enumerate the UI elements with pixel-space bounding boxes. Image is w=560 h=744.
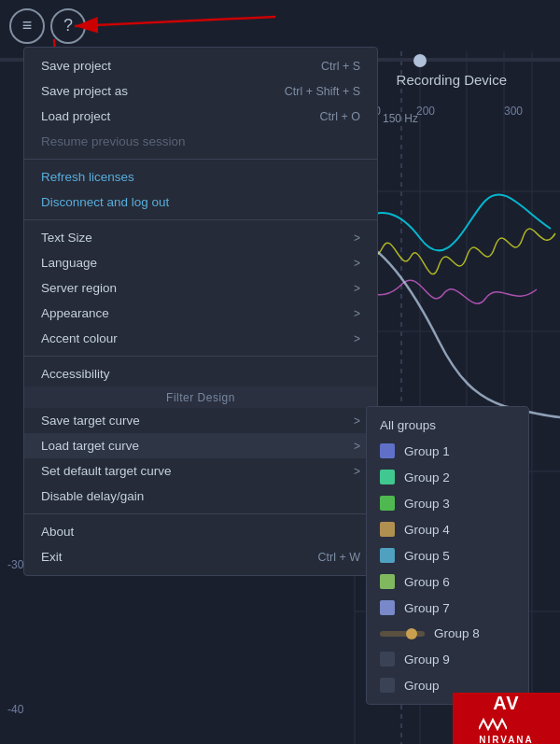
menu-set-default-target-curve[interactable]: Set default target curve > (24, 458, 377, 484)
recording-device-label: Recording Device (397, 72, 507, 88)
filter-design-header: Filter Design (24, 386, 377, 408)
menu-save-target-curve-label: Save target curve (41, 414, 140, 428)
menu-resume-session: Resume previous session (24, 129, 377, 154)
menu-about[interactable]: About (24, 519, 377, 544)
menu-set-default-target-curve-label: Set default target curve (41, 464, 172, 478)
submenu-group-4-label: Group 4 (404, 523, 450, 537)
submenu-group-2[interactable]: Group 2 (367, 464, 528, 490)
submenu-group-9-label: Group 9 (404, 653, 450, 667)
load-target-curve-submenu: All groups Group 1 Group 2 Group 3 Group… (366, 406, 529, 705)
menu-save-project-as-shortcut: Ctrl + Shift + S (285, 85, 360, 98)
submenu-group-6-label: Group 6 (404, 575, 450, 589)
menu-save-project-label: Save project (41, 59, 111, 73)
group-10-color (380, 678, 395, 693)
group-6-color (380, 574, 395, 589)
group-9-color (380, 652, 395, 667)
submenu-group-6[interactable]: Group 6 (367, 569, 528, 595)
help-icon: ? (63, 16, 73, 35)
top-bar: ≡ ? (0, 0, 560, 51)
submenu-group-7[interactable]: Group 7 (367, 595, 528, 621)
submenu-group-1[interactable]: Group 1 (367, 438, 528, 464)
menu-exit-shortcut: Ctrl + W (318, 551, 360, 564)
language-arrow-icon: > (354, 257, 360, 270)
menu-disable-delay-gain-label: Disable delay/gain (41, 489, 144, 503)
group-1-color (380, 443, 395, 458)
menu-load-project-label: Load project (41, 109, 110, 123)
menu-save-project-as[interactable]: Save project as Ctrl + Shift + S (24, 78, 377, 104)
group-2-color (380, 470, 395, 484)
menu-save-project-shortcut: Ctrl + S (321, 60, 360, 73)
group-4-color (380, 522, 395, 537)
menu-load-target-curve-label: Load target curve (41, 439, 139, 453)
axis-label-200: 200 (416, 105, 435, 118)
group-3-color (380, 496, 395, 511)
group-8-slider (380, 631, 425, 637)
appearance-arrow-icon: > (354, 307, 360, 320)
menu-save-project-as-label: Save project as (41, 84, 128, 98)
menu-icon: ≡ (22, 16, 33, 35)
divider-4 (24, 513, 377, 514)
submenu-group-4[interactable]: Group 4 (367, 516, 528, 542)
menu-server-region-label: Server region (41, 281, 117, 295)
help-button[interactable]: ? (50, 8, 86, 44)
set-default-target-curve-arrow-icon: > (354, 465, 360, 478)
submenu-group-8-label: Group 8 (434, 626, 480, 640)
menu-load-project-shortcut: Ctrl + O (320, 110, 360, 123)
menu-accent-colour[interactable]: Accent colour > (24, 326, 377, 351)
menu-appearance[interactable]: Appearance > (24, 301, 377, 326)
watermark-av-text: AV (479, 691, 534, 715)
axis-label-300: 300 (504, 105, 523, 118)
menu-refresh-licenses[interactable]: Refresh licenses (24, 164, 377, 190)
submenu-group-7-label: Group 7 (404, 601, 450, 615)
submenu-group-3-label: Group 3 (404, 497, 450, 511)
submenu-group-3[interactable]: Group 3 (367, 490, 528, 516)
freq-label-150: 150 Hz (383, 112, 418, 125)
menu-disconnect-logout-label: Disconnect and log out (41, 195, 169, 209)
menu-accessibility[interactable]: Accessibility (24, 361, 377, 386)
menu-text-size-label: Text Size (41, 231, 92, 245)
db-label-minus30: -30 (7, 558, 23, 571)
watermark-wave-icon (479, 715, 507, 734)
menu-load-target-curve[interactable]: Load target curve > (24, 433, 377, 458)
submenu-group-5-label: Group 5 (404, 549, 450, 563)
menu-load-project[interactable]: Load project Ctrl + O (24, 104, 377, 129)
accent-colour-arrow-icon: > (354, 332, 360, 345)
menu-language[interactable]: Language > (24, 250, 377, 275)
submenu-group-1-label: Group 1 (404, 444, 450, 458)
menu-accessibility-label: Accessibility (41, 367, 110, 381)
submenu-group-2-label: Group 2 (404, 470, 450, 484)
menu-text-size[interactable]: Text Size > (24, 225, 377, 250)
menu-resume-session-label: Resume previous session (41, 134, 186, 148)
server-region-arrow-icon: > (354, 282, 360, 295)
menu-server-region[interactable]: Server region > (24, 275, 377, 301)
save-target-curve-arrow-icon: > (354, 414, 360, 428)
group-5-color (380, 548, 395, 563)
divider-3 (24, 356, 377, 357)
submenu-group-8[interactable]: Group 8 (367, 621, 528, 646)
db-label-minus40: -40 (7, 703, 23, 716)
menu-language-label: Language (41, 256, 97, 270)
submenu-group-5[interactable]: Group 5 (367, 542, 528, 569)
submenu-group-9[interactable]: Group 9 (367, 646, 528, 672)
menu-save-project[interactable]: Save project Ctrl + S (24, 53, 377, 78)
submenu-all-groups[interactable]: All groups (367, 413, 528, 438)
divider-1 (24, 159, 377, 160)
load-target-curve-arrow-icon: > (354, 440, 360, 453)
slider-handle-right[interactable] (413, 54, 427, 67)
menu-refresh-licenses-label: Refresh licenses (41, 170, 134, 184)
menu-button[interactable]: ≡ (9, 8, 45, 44)
submenu-all-groups-label: All groups (380, 418, 436, 432)
dropdown-menu: Save project Ctrl + S Save project as Ct… (23, 47, 378, 576)
group-7-color (380, 600, 395, 615)
submenu-group-10-label: Group (404, 679, 440, 693)
menu-appearance-label: Appearance (41, 306, 109, 320)
divider-2 (24, 219, 377, 220)
menu-disable-delay-gain[interactable]: Disable delay/gain (24, 484, 377, 509)
text-size-arrow-icon: > (354, 232, 360, 245)
menu-save-target-curve[interactable]: Save target curve > (24, 408, 377, 433)
menu-exit[interactable]: Exit Ctrl + W (24, 544, 377, 569)
menu-exit-label: Exit (41, 550, 63, 564)
watermark: AV NIRVANA (453, 693, 560, 744)
watermark-nirvana-text: NIRVANA (479, 734, 534, 744)
menu-disconnect-logout[interactable]: Disconnect and log out (24, 190, 377, 215)
